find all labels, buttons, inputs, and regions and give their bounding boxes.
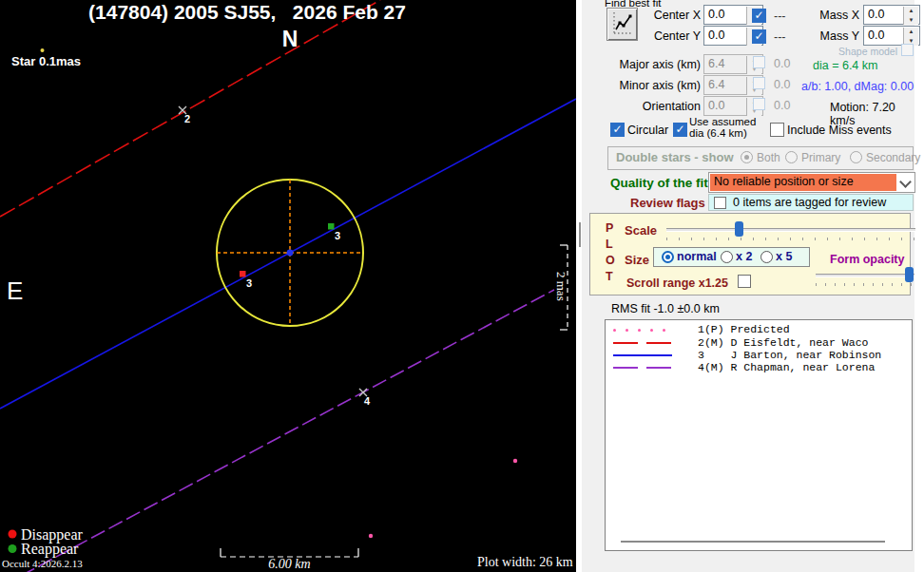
form-opacity-slider-track[interactable]	[816, 274, 914, 277]
size-x2-radio[interactable]	[721, 251, 733, 263]
minor-axis-value: 6.4	[708, 76, 742, 94]
mas-bar-label: 2 mas	[553, 272, 568, 301]
size-x2-label: x 2	[736, 250, 752, 263]
major-axis-aux: 0.0	[774, 57, 790, 70]
form-opacity-slider-thumb[interactable]	[905, 267, 914, 282]
circular-label: Circular	[627, 124, 668, 137]
center-y-fit-checkbox[interactable]	[752, 29, 766, 44]
disappear-legend-dot	[9, 530, 17, 539]
chord-3-reappear-number: 3	[332, 230, 343, 241]
diameter-text: dia = 6.4 km	[813, 59, 877, 72]
plot-letter-p: P	[606, 221, 613, 235]
legend-swatch-chord4	[613, 367, 672, 369]
form-opacity-label: Form opacity	[830, 253, 905, 266]
size-label: Size	[625, 253, 649, 267]
form-opacity-slider-ticks	[816, 283, 914, 286]
include-miss-events-checkbox[interactable]	[770, 123, 784, 137]
center-x-flag: ---	[774, 10, 786, 23]
spin-up-icon[interactable]: ▲	[904, 7, 918, 16]
fit-chart-icon	[607, 9, 635, 38]
reappear-legend-label: Reappear	[21, 541, 78, 558]
use-assumed-label-line2: dia (6.4 km)	[689, 127, 756, 139]
mass-y-input[interactable]: 0.0 ▲▼	[863, 26, 920, 46]
plot-title: (147804) 2005 SJ55, 2026 Feb 27	[57, 1, 437, 24]
plot-width-label: Plot width: 26 km	[477, 555, 573, 570]
include-miss-events-label: Include Miss events	[787, 124, 892, 137]
review-flags-checkbox[interactable]	[714, 197, 726, 209]
minor-axis-label: Minor axis (km)	[606, 79, 701, 92]
north-label: N	[276, 27, 304, 52]
legend-swatch-chord2	[613, 342, 672, 344]
orientation-label: Orientation	[606, 100, 701, 113]
double-stars-primary-label: Primary	[801, 151, 840, 164]
observers-legend-listbox[interactable]: 1(P) Predicted 2(M) D Eisfeldt, near Wac…	[605, 319, 913, 551]
window-right-edge	[914, 0, 924, 572]
center-dot[interactable]	[287, 250, 294, 257]
scale-slider-track[interactable]	[666, 228, 915, 232]
chevron-down-icon[interactable]	[899, 176, 912, 188]
review-flags-label: Review flags	[630, 196, 705, 210]
disappear-marker	[240, 271, 246, 277]
legend-row-text[interactable]: 3 J Barton, near Robinson	[698, 349, 881, 361]
star-scale-label: Star 0.1mas	[11, 54, 81, 68]
shape-model-checkbox	[901, 44, 914, 56]
size-x5-label: x 5	[776, 250, 792, 263]
mass-y-value: 0.0	[868, 27, 902, 45]
double-stars-both-label: Both	[757, 151, 780, 164]
predicted-dot	[513, 459, 517, 463]
scale-label: Scale	[625, 223, 657, 238]
center-y-flag: ---	[774, 30, 786, 44]
review-flags-text: 0 items are tagged for review	[733, 196, 886, 209]
center-x-value: 0.0	[708, 6, 742, 24]
legend-row-text[interactable]: 4(M) R Chapman, near Lorena	[698, 361, 875, 373]
use-assumed-label-line1: Use assumed	[689, 116, 756, 127]
listbox-scrollbar[interactable]	[621, 541, 885, 543]
reappear-marker	[328, 223, 335, 230]
chords-drawing	[0, 0, 576, 572]
predicted-dot	[369, 534, 373, 538]
major-axis-label: Major axis (km)	[606, 58, 701, 71]
east-label: E	[7, 276, 23, 306]
size-normal-radio[interactable]	[662, 251, 674, 263]
double-stars-primary-radio	[785, 151, 798, 163]
center-x-fit-checkbox[interactable]	[752, 9, 766, 23]
rms-fit-label: RMS fit -1.0 ±0.0 km	[611, 302, 720, 315]
minor-axis-fit-checkbox	[753, 77, 765, 89]
double-stars-both-radio	[741, 151, 753, 163]
scroll-range-checkbox[interactable]	[738, 275, 751, 288]
star-diameter-dot	[41, 48, 45, 52]
scale-slider-thumb[interactable]	[735, 221, 743, 237]
quality-of-fit-label: Quality of the fit	[610, 176, 708, 190]
spin-up-icon[interactable]: ▲	[904, 28, 918, 37]
size-normal-label: normal	[677, 250, 717, 263]
mass-y-label: Mass Y	[800, 29, 859, 43]
quality-of-fit-dropdown[interactable]: No reliable position or size	[708, 172, 915, 193]
legend-row-text[interactable]: 1(P) Predicted	[698, 323, 790, 335]
scale-slider-ticks	[666, 238, 915, 240]
plot-letter-o: O	[606, 254, 615, 267]
size-x5-radio[interactable]	[760, 251, 773, 263]
use-assumed-dia-checkbox[interactable]	[673, 123, 687, 137]
legend-swatch-predicted	[613, 329, 672, 332]
mass-x-input[interactable]: 0.0 ▲▼	[863, 5, 920, 25]
double-stars-label: Double stars - show	[616, 150, 734, 164]
spin-down-icon[interactable]: ▼	[904, 16, 918, 26]
occultation-plot-canvas[interactable]: (147804) 2005 SJ55, 2026 Feb 27 N E Star…	[0, 0, 576, 572]
splitter-handle[interactable]	[579, 222, 581, 247]
double-stars-groupbox: Double stars - show Both Primary Seconda…	[607, 146, 914, 170]
plot-settings-group: P L O T Scale Size normal x 2 x 5 Form o…	[589, 213, 911, 296]
plot-letter-t: T	[606, 270, 613, 283]
mass-x-label: Mass X	[800, 9, 859, 22]
chord-4-number: 4	[361, 395, 373, 407]
center-x-label: Center X	[632, 9, 701, 22]
orientation-fit-checkbox	[753, 98, 765, 110]
center-y-value: 0.0	[708, 27, 742, 45]
app-version-label: Occult 4:2026.2.13	[2, 558, 83, 569]
size-radio-group: normal x 2 x 5	[653, 247, 810, 267]
center-y-label: Center Y	[632, 29, 701, 43]
circular-checkbox[interactable]	[610, 123, 625, 137]
shape-model-label: Shape model	[810, 46, 897, 57]
scroll-range-label: Scroll range x1.25	[626, 276, 728, 290]
legend-row-text[interactable]: 2(M) D Eisfeldt, near Waco	[698, 336, 868, 349]
legend-swatch-chord3	[613, 354, 672, 356]
